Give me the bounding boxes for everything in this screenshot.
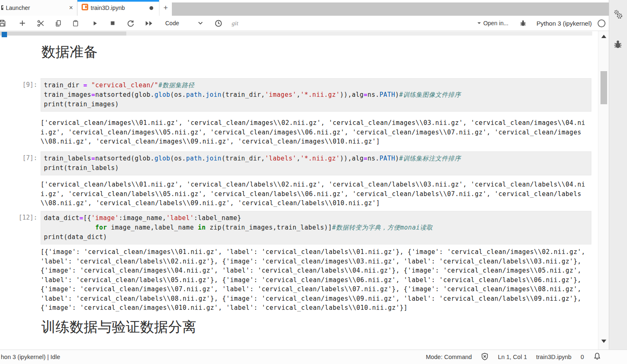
notifications-button[interactable] bbox=[593, 352, 601, 362]
bug-icon bbox=[613, 39, 623, 49]
scroll-up-arrow-icon[interactable] bbox=[601, 35, 606, 38]
notebook-scrollbar[interactable] bbox=[598, 31, 609, 350]
output-line: 'label': 'cervical_clean/labels\\08.nii.… bbox=[41, 294, 598, 304]
clock-icon bbox=[215, 19, 222, 27]
copy-cells-button[interactable] bbox=[55, 19, 62, 27]
code-cell-input[interactable]: train_dir = "cervical_clean/"#数据集路径train… bbox=[41, 78, 591, 112]
notebook-toolbar: Code git Open in... Python 3 (ipykernel) bbox=[0, 16, 627, 31]
code-line: train_images=natsorted(glob.glob(os.path… bbox=[44, 90, 591, 100]
cut-cells-button[interactable] bbox=[37, 19, 45, 27]
output-line: 'label': 'cervical_clean/labels\\02.nii.… bbox=[41, 257, 598, 266]
output-line: {'image': 'cervical_clean/images\\010.ni… bbox=[41, 303, 598, 313]
gears-icon bbox=[613, 9, 624, 20]
output-line: ['cervical_clean/labels\\01.nii.gz', 'ce… bbox=[41, 180, 598, 189]
execution-count: [9]: bbox=[0, 81, 37, 89]
tab-bar: Launcher × train3D.ipynb + bbox=[0, 0, 627, 16]
cell-type-chevron[interactable] bbox=[198, 22, 203, 25]
paste-cells-button[interactable] bbox=[72, 19, 79, 27]
tab-label-launcher: Launcher bbox=[6, 5, 30, 11]
tab-train3d-notebook[interactable]: train3D.ipynb bbox=[77, 0, 159, 16]
cell-output: ['cervical_clean/labels\\01.nii.gz', 'ce… bbox=[41, 180, 598, 208]
code-cell-input[interactable]: data_dict=[{'image':image_name,'label':l… bbox=[41, 211, 591, 244]
code-cell-input[interactable]: train_labels=natsorted(glob.glob(os.path… bbox=[41, 151, 591, 175]
trust-indicator[interactable] bbox=[481, 352, 489, 362]
active-tab-accent bbox=[77, 0, 159, 2]
cell-output: ['cervical_clean/images\\01.nii.gz', 'ce… bbox=[41, 118, 598, 146]
output-line: i.gz', 'cervical_clean/images\\05.nii.gz… bbox=[41, 128, 598, 137]
execution-count: [12]: bbox=[0, 214, 37, 221]
git-toolbar-label[interactable]: git bbox=[232, 20, 238, 27]
output-line: i.gz', 'cervical_clean/labels\\05.nii.gz… bbox=[41, 189, 598, 199]
bell-icon bbox=[593, 352, 601, 361]
cursor-position[interactable]: Ln 1, Col 1 bbox=[498, 354, 527, 360]
run-cell-button[interactable] bbox=[92, 20, 99, 27]
command-mode-indicator[interactable]: Mode: Command bbox=[426, 354, 472, 360]
tab-label-notebook: train3D.ipynb bbox=[91, 5, 125, 11]
execution-history-button[interactable] bbox=[215, 19, 222, 27]
fast-forward-icon bbox=[145, 20, 154, 26]
code-line: train_dir = "cervical_clean/"#数据集路径 bbox=[44, 81, 591, 90]
debugger-sidebar-tab[interactable] bbox=[613, 39, 623, 51]
restart-icon bbox=[127, 19, 135, 27]
scroll-down-arrow-icon[interactable] bbox=[601, 340, 606, 343]
previous-cell-sliver bbox=[0, 31, 126, 36]
notification-count[interactable]: 0 bbox=[581, 354, 584, 360]
code-line: data_dict=[{'image':image_name,'label':l… bbox=[44, 213, 591, 223]
status-bar: hon 3 (ipykernel) | Idle Mode: Command L… bbox=[0, 350, 627, 364]
code-line: print(train_labels) bbox=[44, 163, 591, 173]
stop-icon bbox=[109, 20, 116, 26]
shield-x-icon bbox=[481, 352, 489, 361]
kernel-name-button[interactable]: Python 3 (ipykernel) bbox=[537, 20, 592, 27]
unsaved-changes-dot-icon[interactable] bbox=[150, 6, 153, 10]
output-line: \\08.nii.gz', 'cervical_clean/labels\\09… bbox=[41, 199, 598, 208]
tab-launcher[interactable]: Launcher × bbox=[0, 0, 77, 16]
restart-kernel-button[interactable] bbox=[127, 19, 135, 27]
output-line: [{'image': 'cervical_clean/images\\01.ni… bbox=[41, 247, 598, 257]
code-line: print(data_dict) bbox=[44, 232, 591, 242]
active-cell-indicator bbox=[2, 32, 7, 37]
notebook-scroll-area[interactable]: 数据准备[9]:train_dir = "cervical_clean/"#数据… bbox=[0, 31, 598, 350]
code-line: for image_name,label_name in zip(train_i… bbox=[44, 223, 591, 232]
code-line: train_labels=natsorted(glob.glob(os.path… bbox=[44, 154, 591, 163]
cell-output: [{'image': 'cervical_clean/images\\01.ni… bbox=[41, 247, 598, 313]
notebook-file-icon bbox=[82, 4, 88, 12]
paste-icon bbox=[72, 19, 79, 27]
execution-count: [7]: bbox=[0, 154, 37, 162]
debugger-toggle-button[interactable] bbox=[519, 19, 527, 27]
tab-bar-empty-area bbox=[172, 2, 609, 16]
save-icon bbox=[0, 19, 6, 27]
launcher-tab-icon bbox=[0, 5, 3, 11]
jupyterlab-window: Launcher × train3D.ipynb + bbox=[0, 0, 627, 364]
output-line: \\08.nii.gz', 'cervical_clean/images\\09… bbox=[41, 137, 598, 146]
scrollbar-thumb[interactable] bbox=[600, 71, 607, 104]
right-sidebar bbox=[609, 0, 627, 350]
previous-cell-sliver-light bbox=[126, 31, 592, 36]
save-button[interactable] bbox=[0, 19, 6, 27]
output-line: {'image': 'cervical_clean/images\\04.nii… bbox=[41, 266, 598, 275]
bug-icon bbox=[519, 19, 527, 27]
cell-type-dropdown[interactable]: Code bbox=[165, 20, 179, 26]
caret-down-icon bbox=[477, 22, 481, 26]
markdown-heading[interactable]: 数据准备 bbox=[41, 43, 98, 62]
output-line: {'image': 'cervical_clean/images\\07.nii… bbox=[41, 285, 598, 294]
open-in-dropdown[interactable]: Open in... bbox=[477, 20, 509, 26]
property-inspector-tab[interactable] bbox=[613, 9, 624, 22]
run-icon bbox=[92, 20, 99, 27]
chevron-down-icon bbox=[198, 22, 203, 25]
status-filename: train3D.ipynb bbox=[536, 354, 571, 360]
new-tab-button[interactable]: + bbox=[161, 3, 171, 13]
code-line: print(train_images) bbox=[44, 100, 591, 109]
copy-icon bbox=[55, 19, 62, 27]
output-line: ['cervical_clean/images\\01.nii.gz', 'ce… bbox=[41, 118, 598, 128]
kernel-status-text[interactable]: hon 3 (ipykernel) | Idle bbox=[1, 354, 60, 360]
insert-cell-button[interactable] bbox=[19, 19, 26, 27]
interrupt-kernel-button[interactable] bbox=[109, 20, 116, 26]
markdown-heading[interactable]: 训练数据与验证数据分离 bbox=[41, 318, 196, 337]
add-cell-icon bbox=[19, 19, 26, 27]
open-in-label: Open in... bbox=[483, 20, 509, 26]
kernel-idle-circle-icon[interactable] bbox=[598, 19, 605, 27]
close-icon[interactable]: × bbox=[69, 5, 73, 11]
output-line: 'label': 'cervical_clean/labels\\05.nii.… bbox=[41, 275, 598, 285]
restart-run-all-button[interactable] bbox=[145, 20, 154, 26]
cut-icon bbox=[37, 19, 45, 27]
